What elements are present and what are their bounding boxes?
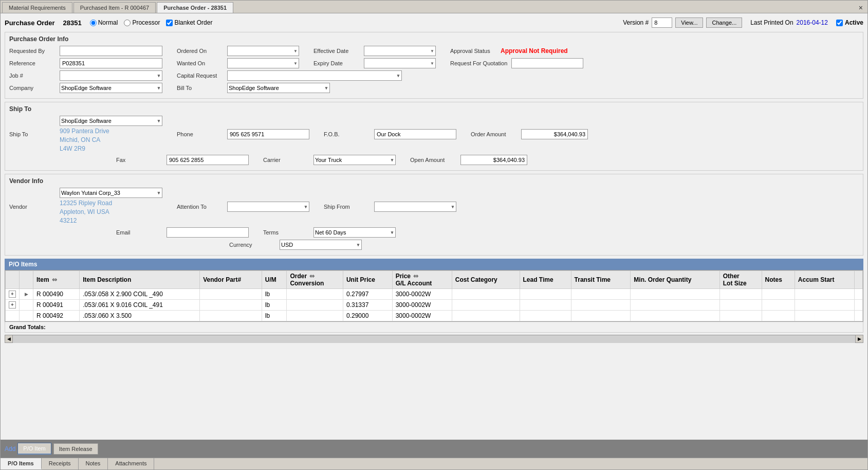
fob-label: F.O.B. (324, 131, 370, 137)
requested-by-input[interactable] (60, 46, 162, 56)
item-cell: R 000492 (33, 310, 80, 321)
h-scrollbar: ◀ ▶ (5, 335, 863, 343)
po-items-table-container: Item ⇔ Item Description Vendor Part# U/M… (5, 270, 863, 322)
ship-from-select[interactable] (374, 202, 456, 212)
vendor-part-cell (200, 310, 262, 321)
gl-cell: 3000-0002W (392, 310, 452, 321)
change-button[interactable]: Change... (706, 17, 742, 28)
capital-request-select[interactable] (227, 70, 402, 81)
col-resize-order[interactable]: ⇔ (308, 273, 316, 280)
company-label: Company (9, 85, 56, 91)
radio-processor-input[interactable] (124, 20, 131, 26)
row-reference: Reference Wanted On Expiry Date Request … (9, 58, 859, 68)
effective-date-input[interactable] (364, 46, 436, 56)
attention-to-select[interactable] (227, 202, 309, 212)
lead-time-cell (520, 299, 571, 310)
wanted-on-label: Wanted On (177, 60, 223, 66)
active-label: Active (845, 19, 863, 26)
expand-button[interactable]: + (9, 301, 16, 309)
grand-totals: Grand Totals: (5, 322, 863, 333)
um-cell: lb (262, 310, 287, 321)
gl-cell: 3000-0002W (392, 299, 452, 310)
last-printed-group: Last Printed On 2016-04-12 (750, 19, 828, 26)
terms-select[interactable]: Net 60 Days (313, 227, 396, 238)
th-vendor-part: Vendor Part# (200, 270, 262, 288)
email-input[interactable] (167, 227, 249, 238)
reference-label: Reference (9, 60, 56, 66)
tab-material-requirements[interactable]: Material Requirements (2, 2, 72, 13)
job-select[interactable] (60, 70, 162, 81)
desc-cell: .053/.061 X 9.016 COIL _491 (80, 299, 200, 310)
scroll-left-button[interactable]: ◀ (5, 335, 13, 343)
row-requested-by: Requested By Ordered On Effective Date A… (9, 46, 859, 56)
carrier-label: Carrier (263, 157, 309, 163)
transit-cell (571, 299, 631, 310)
carrier-select[interactable]: Your Truck (313, 155, 396, 165)
rfq-input[interactable] (511, 58, 583, 68)
col-resize-price[interactable]: ⇔ (412, 273, 419, 280)
bill-to-label: Bill To (177, 85, 223, 91)
fob-input[interactable] (374, 129, 456, 139)
th-arrow (20, 270, 33, 288)
radio-processor[interactable]: Processor (124, 19, 160, 26)
email-label: Email (116, 229, 162, 236)
company-select[interactable]: ShopEdge Software (60, 83, 162, 93)
tab-bar: Material Requirements Purchased Item - R… (1, 1, 867, 13)
expiry-date-label: Expiry Date (313, 60, 360, 66)
fax-input[interactable] (167, 155, 249, 165)
add-button[interactable]: Add (5, 445, 15, 453)
vendor-select[interactable]: Waylon Yutani Corp_33 (60, 188, 162, 198)
th-min-qty: Min. Order Quantity (631, 270, 719, 288)
um-cell: lb (262, 288, 287, 299)
scroll-cell (855, 310, 863, 321)
bottom-tab-receipts[interactable]: Receipts (42, 458, 79, 469)
row-arrow[interactable]: ▶ (23, 291, 30, 298)
bill-to-select[interactable]: ShopEdge Software (227, 83, 330, 93)
bottom-tab-po-items[interactable]: P/O Items (1, 458, 42, 469)
po-item-button[interactable]: P/O Item (17, 443, 51, 455)
ship-to-row: Ship To ShopEdge Software ▼ 909 Pantera … (9, 116, 859, 153)
version-input[interactable] (652, 17, 672, 28)
tab-purchase-order[interactable]: Purchase Order - 28351 (157, 2, 233, 13)
item-release-button[interactable]: Item Release (53, 443, 98, 455)
bottom-tab-notes[interactable]: Notes (79, 458, 108, 469)
active-group: Active (836, 19, 863, 26)
order-amount-input[interactable] (521, 129, 588, 139)
scroll-right-button[interactable]: ▶ (855, 335, 863, 343)
vendor-info-title: Vendor Info (9, 177, 859, 185)
currency-select[interactable]: USD (280, 240, 362, 250)
version-group: Version # View... Change... (623, 17, 742, 28)
th-um: U/M (262, 270, 287, 288)
active-checkbox[interactable] (836, 20, 843, 26)
ship-to-select[interactable]: ShopEdge Software (60, 116, 162, 126)
radio-normal-input[interactable] (90, 20, 97, 26)
blanket-order-checkbox[interactable] (166, 20, 173, 26)
fax-label: Fax (116, 157, 162, 163)
reference-input[interactable] (60, 58, 162, 68)
version-label: Version # (623, 19, 649, 26)
bottom-tab-attachments[interactable]: Attachments (108, 458, 154, 469)
expand-button[interactable]: + (9, 291, 16, 298)
currency-row: Currency USD ▼ (9, 240, 859, 250)
open-amount-input[interactable] (460, 155, 527, 165)
conversion-cell (287, 299, 343, 310)
transit-cell (571, 288, 631, 299)
tab-purchased-item[interactable]: Purchased Item - R 000467 (73, 2, 156, 13)
wanted-on-input[interactable] (227, 58, 299, 68)
th-item: Item ⇔ (33, 270, 80, 288)
expand-cell: + (6, 288, 20, 299)
expiry-date-input[interactable] (364, 58, 436, 68)
ordered-on-input[interactable] (227, 46, 299, 56)
radio-processor-label: Processor (132, 19, 160, 26)
accum-cell (795, 310, 854, 321)
checkbox-blanket[interactable]: Blanket Order (166, 19, 212, 26)
currency-label: Currency (229, 242, 275, 248)
phone-input[interactable] (227, 129, 309, 139)
window-close-button[interactable]: × (856, 3, 866, 13)
arrow-cell (20, 310, 33, 321)
blanket-order-label: Blanket Order (174, 19, 212, 26)
view-button[interactable]: View... (675, 17, 703, 28)
vendor-address: 12325 Ripley Road Appleton, WI USA 43212 (60, 199, 162, 225)
radio-normal[interactable]: Normal (90, 19, 118, 26)
col-resize-item[interactable]: ⇔ (51, 276, 58, 283)
